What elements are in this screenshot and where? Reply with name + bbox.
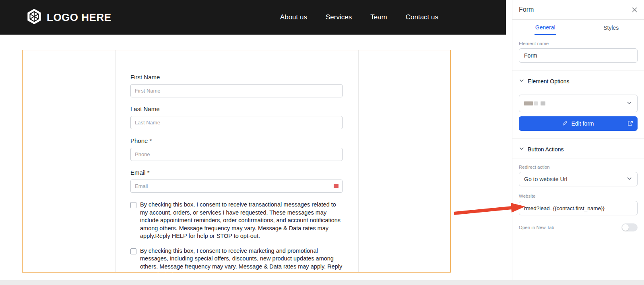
website-label: Website [519,194,638,198]
divider [512,159,644,159]
email-validation-icon [334,184,339,188]
last-name-input[interactable] [130,116,343,129]
logo-text: LOGO HERE [47,11,111,24]
page: LOGO HERE About us Services Team Contact… [0,0,644,285]
redirect-action-label: Redirect action [519,165,638,169]
bottom-strip [0,280,644,285]
column-guide [358,50,359,272]
toggle-knob [622,224,629,231]
field-label: Last Name [130,105,343,113]
tab-styles[interactable]: Styles [578,20,644,35]
divider [512,138,644,138]
open-new-tab-label: Open in New Tab [519,225,554,230]
site-navbar: LOGO HERE About us Services Team Contact… [0,0,506,35]
open-new-tab-toggle[interactable] [621,223,638,231]
website-url-input[interactable] [519,201,638,215]
panel-body: Element name Element Options [512,35,644,231]
element-name-input[interactable] [519,48,638,63]
section-button-actions[interactable]: Button Actions [519,146,638,153]
field-group-email: Email * [130,169,343,193]
panel-tabs: General Styles [512,20,644,35]
edit-form-button[interactable]: Edit form [519,116,638,131]
phone-input[interactable] [130,148,343,161]
section-element-options[interactable]: Element Options [519,78,638,85]
lead-form: First Name Last Name Phone * [130,74,343,273]
divider [512,70,644,70]
field-group-first-name: First Name [130,74,343,97]
form-template-select[interactable] [519,95,638,112]
column-guide [115,50,116,272]
transactional-consent-text: By checking this box, I consent to recei… [140,201,343,240]
site-logo[interactable]: LOGO HERE [26,8,111,27]
chevron-down-icon [626,100,632,107]
marketing-consent-checkbox[interactable] [130,248,136,254]
tab-general[interactable]: General [512,20,578,35]
redirect-action-select[interactable]: Go to website Url [519,172,638,186]
element-name-label: Element name [519,41,638,46]
field-group-last-name: Last Name [130,105,343,129]
consent-row-marketing: By checking this box, I consent to recei… [130,247,343,273]
site-preview: LOGO HERE About us Services Team Contact… [0,0,506,280]
chevron-down-icon [626,176,632,183]
form-element-outline[interactable]: First Name Last Name Phone * [22,50,451,273]
field-label: Email * [130,169,343,176]
email-input[interactable] [130,180,343,193]
consent-row-transactional: By checking this box, I consent to recei… [130,201,343,240]
nav-item-about-us[interactable]: About us [280,13,307,21]
chevron-down-icon [519,146,524,153]
transactional-consent-checkbox[interactable] [130,202,136,208]
nav-links: About us Services Team Contact us [280,13,438,21]
chevron-down-icon [519,78,524,85]
nav-item-services[interactable]: Services [326,13,352,21]
form-thumbnail-block [534,101,538,105]
open-new-tab-row: Open in New Tab [519,223,638,231]
field-group-phone: Phone * [130,137,343,161]
panel-header: Form [512,0,644,20]
nav-item-team[interactable]: Team [370,13,387,21]
panel-title: Form [519,6,534,13]
form-thumbnail-block [541,101,545,105]
close-icon[interactable] [632,7,638,13]
field-label: Phone * [130,137,343,145]
hexagon-logo-icon [26,8,43,27]
external-link-icon [627,120,633,128]
form-thumbnail-block [524,101,533,105]
nav-item-contact-us[interactable]: Contact us [406,13,438,21]
marketing-consent-text: By checking this box, I consent to recei… [140,247,343,273]
field-label: First Name [130,74,343,81]
first-name-input[interactable] [130,84,343,97]
settings-panel: Form General Styles Element name [512,0,644,280]
pencil-icon [562,120,568,127]
